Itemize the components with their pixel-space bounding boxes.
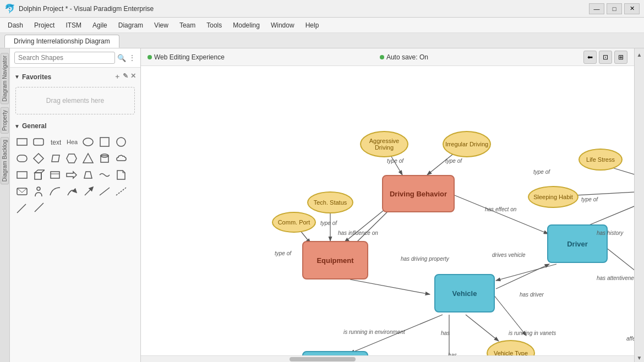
node-equipment[interactable]: Equipment xyxy=(302,241,368,279)
close-button[interactable]: ✕ xyxy=(624,3,640,14)
favorites-label: Favorites xyxy=(22,73,51,81)
shape-rounded-rect[interactable] xyxy=(31,134,46,150)
scroll-up-arrow[interactable]: ▲ xyxy=(636,51,643,59)
shape-triangle[interactable] xyxy=(80,151,96,166)
shape-trapezoid[interactable] xyxy=(80,167,96,183)
menu-item-itsm[interactable]: ITSM xyxy=(60,19,87,31)
menu-item-agile[interactable]: Agile xyxy=(87,19,113,31)
web-edit-indicator: Web Editing Experience xyxy=(148,53,225,61)
close-favorite-icon[interactable]: ✕ xyxy=(130,72,136,81)
horizontal-scrollbar[interactable] xyxy=(141,355,634,362)
shape-rect3[interactable] xyxy=(14,167,30,183)
edge-label-has-driver: has driver xyxy=(520,292,544,298)
favorites-header[interactable]: ▼ Favorites ＋ ✎ ✕ xyxy=(10,70,140,84)
shape-diag-line[interactable] xyxy=(14,200,30,216)
ellipse-aggressive-driving[interactable]: Aggressive Driving xyxy=(360,131,408,157)
menu-item-modeling[interactable]: Modeling xyxy=(227,19,265,31)
menu-item-project[interactable]: Project xyxy=(29,19,60,31)
svg-marker-20 xyxy=(67,172,77,178)
ellipse-life-stress[interactable]: Life Stress xyxy=(578,149,623,171)
shape-wave[interactable] xyxy=(97,167,112,183)
app-icon: 🐬 xyxy=(4,3,15,14)
svg-rect-18 xyxy=(51,172,59,178)
shape-label[interactable]: Hea... xyxy=(64,134,79,150)
ellipse-sleeping-habit[interactable]: Sleeping Habit xyxy=(528,186,578,208)
svg-rect-14 xyxy=(17,172,27,178)
search-icon: 🔍 xyxy=(117,54,126,62)
shape-arrow-up[interactable] xyxy=(80,184,96,199)
node-driving-behavior-label: Driving Behavior xyxy=(390,190,447,198)
search-input[interactable] xyxy=(14,52,115,64)
menubar: DashProjectITSMAgileDiagramViewTeamTools… xyxy=(0,18,644,33)
shape-data[interactable] xyxy=(47,167,63,183)
diagram-canvas[interactable]: Driving Behavior Equipment Vehicle Drive… xyxy=(141,66,634,362)
minimize-button[interactable]: — xyxy=(589,3,604,14)
ellipse-life-stress-label: Life Stress xyxy=(586,156,615,163)
shape-square[interactable] xyxy=(97,134,112,150)
ellipse-tech-status[interactable]: Tech. Status xyxy=(307,191,353,213)
shape-ellipse[interactable] xyxy=(80,134,96,150)
diagram-backlog-tab[interactable]: Diagram Backlog xyxy=(1,137,9,184)
shape-cube[interactable] xyxy=(31,167,46,183)
menu-item-diagram[interactable]: Diagram xyxy=(113,19,149,31)
menu-item-tools[interactable]: Tools xyxy=(201,19,227,31)
shape-hexagon[interactable] xyxy=(64,151,79,166)
edit-favorite-icon[interactable]: ✎ xyxy=(123,72,128,81)
maximize-button[interactable]: □ xyxy=(607,3,622,14)
shape-circle[interactable] xyxy=(113,134,129,150)
svg-line-53 xyxy=(496,264,549,289)
svg-line-28 xyxy=(116,188,126,195)
ellipse-comm-port-label: Comm. Port xyxy=(278,219,310,226)
edge-label-is-running-1: is running in environment xyxy=(343,329,405,335)
menu-item-view[interactable]: View xyxy=(149,19,174,31)
shape-text[interactable]: text xyxy=(47,134,63,150)
expand-button[interactable]: ⊞ xyxy=(614,51,627,64)
add-favorite-icon[interactable]: ＋ xyxy=(114,72,121,81)
svg-point-4 xyxy=(83,138,93,146)
shape-diag-line2[interactable] xyxy=(31,200,46,216)
shape-message[interactable] xyxy=(14,184,30,199)
shape-arrow[interactable] xyxy=(64,167,79,183)
shape-person[interactable] xyxy=(31,184,46,199)
scroll-down-arrow[interactable]: ▼ xyxy=(636,354,643,362)
main-layout: Diagram Navigator Property Diagram Backl… xyxy=(0,48,644,362)
general-arrow: ▼ xyxy=(14,123,20,129)
shape-cloud[interactable] xyxy=(113,151,129,166)
scrollbar-thumb[interactable] xyxy=(290,357,356,361)
edge-label-drives-vehicle: drives vehicle xyxy=(492,252,526,258)
svg-line-30 xyxy=(35,203,43,212)
node-driving-behavior[interactable]: Driving Behavior xyxy=(382,175,455,212)
general-header[interactable]: ▼ General xyxy=(10,120,140,132)
shape-arrow-curved[interactable] xyxy=(64,184,79,199)
fit-page-button[interactable]: ⊡ xyxy=(599,51,612,64)
shape-line[interactable] xyxy=(97,184,112,199)
ellipse-aggressive-driving-label: Aggressive Driving xyxy=(361,138,407,151)
shape-round-rect2[interactable] xyxy=(14,151,30,166)
ellipse-comm-port[interactable]: Comm. Port xyxy=(272,212,316,233)
diagram-tab[interactable]: Driving Interrelationship Diagram xyxy=(4,35,119,48)
shape-parallelogram[interactable] xyxy=(47,151,63,166)
drag-elements-area: Drag elements here xyxy=(15,87,135,114)
shape-cylinder[interactable] xyxy=(97,151,112,166)
menu-item-dash[interactable]: Dash xyxy=(2,19,29,31)
shape-curve1[interactable] xyxy=(47,184,63,199)
menu-item-help[interactable]: Help xyxy=(300,19,325,31)
shape-diamond[interactable] xyxy=(31,151,46,166)
right-scroll-panel: ▲ ▼ xyxy=(634,48,644,362)
shape-rect[interactable] xyxy=(14,134,30,150)
menu-item-window[interactable]: Window xyxy=(265,19,300,31)
shape-dash[interactable] xyxy=(113,184,129,199)
ellipse-irregular-driving[interactable]: Irregular Driving xyxy=(443,131,491,157)
search-bar: 🔍 ⋮ xyxy=(10,48,140,68)
shape-doc[interactable] xyxy=(113,167,129,183)
autosave-label: Auto save: On xyxy=(386,53,428,61)
node-equipment-label: Equipment xyxy=(316,256,353,265)
diagram-navigator-tab[interactable]: Diagram Navigator xyxy=(1,53,9,104)
property-tab[interactable]: Property xyxy=(1,107,9,134)
ellipse-irregular-driving-label: Irregular Driving xyxy=(445,141,488,147)
menu-item-team[interactable]: Team xyxy=(174,19,201,31)
node-vehicle[interactable]: Vehicle xyxy=(434,274,495,312)
edge-label-type-of-1: type of xyxy=(387,158,403,164)
more-options-icon[interactable]: ⋮ xyxy=(128,53,136,62)
nav-back-button[interactable]: ⬅ xyxy=(583,51,597,64)
